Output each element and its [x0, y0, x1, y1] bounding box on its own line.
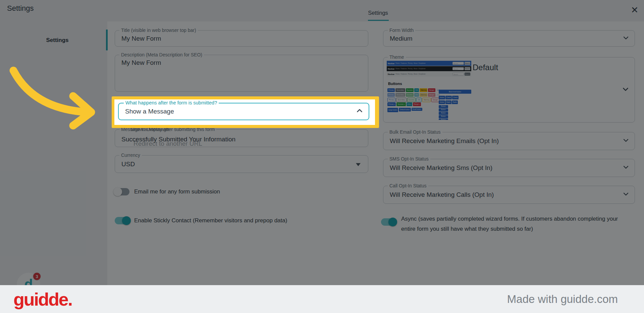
dim-overlay: [0, 0, 644, 285]
settings-page: Settings ✕ Settings Settings Title (visi…: [0, 0, 644, 313]
after-submit-select-label: What happens after the form is submitted…: [124, 100, 219, 105]
footer-bar: guidde. Made with guidde.com: [0, 285, 644, 313]
made-with-link[interactable]: Made with guidde.com: [507, 293, 618, 306]
spotlight-inner: What happens after the form is submitted…: [114, 99, 375, 125]
after-submit-select[interactable]: What happens after the form is submitted…: [118, 103, 369, 120]
guidde-logo: guidde.: [13, 289, 72, 310]
spotlight-highlight: What happens after the form is submitted…: [112, 96, 379, 128]
chevron-up-icon: [355, 106, 364, 117]
spotlight-arrow-icon: [6, 66, 100, 133]
after-submit-select-value: Show a Message: [125, 108, 174, 115]
